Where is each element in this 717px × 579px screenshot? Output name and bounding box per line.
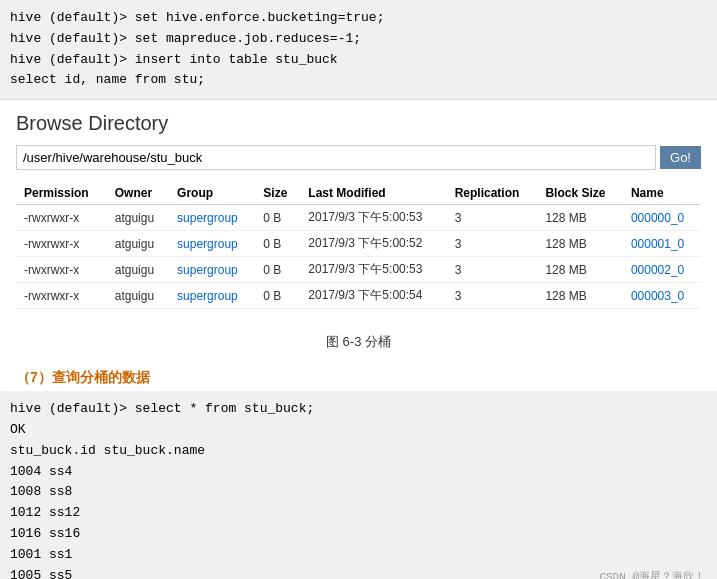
table-cell-owner: atguigu: [107, 231, 169, 257]
table-cell-permission: -rwxrwxr-x: [16, 257, 107, 283]
table-cell-block_size: 128 MB: [537, 257, 623, 283]
code-line: hive (default)> set mapreduce.job.reduce…: [10, 29, 707, 50]
table-cell-permission: -rwxrwxr-x: [16, 283, 107, 309]
section-label: （7）查询分桶的数据: [0, 363, 717, 391]
table-cell-group: supergroup: [169, 283, 255, 309]
table-cell-permission: -rwxrwxr-x: [16, 231, 107, 257]
code-line: OK: [10, 420, 707, 441]
table-cell-replication: 3: [447, 257, 538, 283]
table-col-header: Owner: [107, 182, 169, 205]
top-code-block: hive (default)> set hive.enforce.bucketi…: [0, 0, 717, 100]
table-cell-owner: atguigu: [107, 205, 169, 231]
table-cell-replication: 3: [447, 231, 538, 257]
bottom-code-block: hive (default)> select * from stu_buck;O…: [0, 391, 717, 579]
code-line: stu_buck.id stu_buck.name: [10, 441, 707, 462]
table-cell-block_size: 128 MB: [537, 231, 623, 257]
path-input[interactable]: [16, 145, 656, 170]
table-cell-size: 0 B: [255, 283, 300, 309]
watermark: CSDN @海星？海欣！: [599, 569, 705, 579]
table-row: -rwxrwxr-xatguigusupergroup0 B2017/9/3 下…: [16, 257, 701, 283]
table-cell-name[interactable]: 000001_0: [623, 231, 701, 257]
table-row: -rwxrwxr-xatguigusupergroup0 B2017/9/3 下…: [16, 205, 701, 231]
table-cell-name[interactable]: 000003_0: [623, 283, 701, 309]
code-line: 1008 ss8: [10, 482, 707, 503]
table-cell-block_size: 128 MB: [537, 205, 623, 231]
code-line: 1016 ss16: [10, 524, 707, 545]
table-cell-size: 0 B: [255, 257, 300, 283]
table-cell-last_modified: 2017/9/3 下午5:00:53: [300, 205, 446, 231]
table-cell-last_modified: 2017/9/3 下午5:00:52: [300, 231, 446, 257]
code-line: 1004 ss4: [10, 462, 707, 483]
code-line: hive (default)> set hive.enforce.bucketi…: [10, 8, 707, 29]
table-cell-group: supergroup: [169, 231, 255, 257]
table-row: -rwxrwxr-xatguigusupergroup0 B2017/9/3 下…: [16, 231, 701, 257]
table-cell-owner: atguigu: [107, 283, 169, 309]
table-row: -rwxrwxr-xatguigusupergroup0 B2017/9/3 下…: [16, 283, 701, 309]
table-col-header: Replication: [447, 182, 538, 205]
table-body: -rwxrwxr-xatguigusupergroup0 B2017/9/3 下…: [16, 205, 701, 309]
fig-caption: 图 6-3 分桶: [0, 333, 717, 351]
table-col-header: Block Size: [537, 182, 623, 205]
table-cell-group: supergroup: [169, 257, 255, 283]
table-col-header: Size: [255, 182, 300, 205]
browse-section: Browse Directory Go! PermissionOwnerGrou…: [0, 100, 717, 321]
browse-title: Browse Directory: [16, 112, 701, 135]
table-cell-last_modified: 2017/9/3 下午5:00:54: [300, 283, 446, 309]
table-cell-size: 0 B: [255, 231, 300, 257]
table-cell-replication: 3: [447, 205, 538, 231]
table-cell-name[interactable]: 000002_0: [623, 257, 701, 283]
go-button[interactable]: Go!: [660, 146, 701, 169]
table-cell-block_size: 128 MB: [537, 283, 623, 309]
table-cell-permission: -rwxrwxr-x: [16, 205, 107, 231]
table-cell-last_modified: 2017/9/3 下午5:00:53: [300, 257, 446, 283]
table-cell-size: 0 B: [255, 205, 300, 231]
table-header: PermissionOwnerGroupSizeLast ModifiedRep…: [16, 182, 701, 205]
table-cell-replication: 3: [447, 283, 538, 309]
code-line: select id, name from stu;: [10, 70, 707, 91]
table-col-header: Permission: [16, 182, 107, 205]
code-line: hive (default)> insert into table stu_bu…: [10, 50, 707, 71]
code-line: hive (default)> select * from stu_buck;: [10, 399, 707, 420]
table-cell-owner: atguigu: [107, 257, 169, 283]
code-line: 1012 ss12: [10, 503, 707, 524]
table-col-header: Name: [623, 182, 701, 205]
path-bar: Go!: [16, 145, 701, 170]
table-col-header: Group: [169, 182, 255, 205]
table-cell-name[interactable]: 000000_0: [623, 205, 701, 231]
table-cell-group: supergroup: [169, 205, 255, 231]
table-col-header: Last Modified: [300, 182, 446, 205]
directory-table: PermissionOwnerGroupSizeLast ModifiedRep…: [16, 182, 701, 309]
code-line: 1001 ss1: [10, 545, 707, 566]
